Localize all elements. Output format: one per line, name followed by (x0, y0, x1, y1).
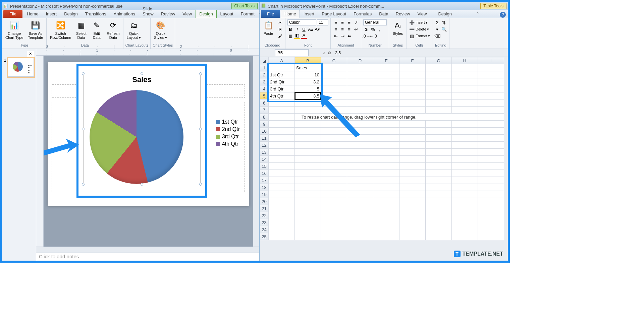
excel-tab-view[interactable]: View (414, 10, 430, 18)
excel-file-tab[interactable]: File (261, 10, 280, 18)
quick-styles-button[interactable]: 🎨 Quick Styles ▾ (153, 19, 168, 40)
col-header-i[interactable]: I (478, 57, 504, 64)
excel-tab-home[interactable]: Home (281, 10, 300, 18)
tab-design[interactable]: Design (60, 10, 81, 18)
notes-pane[interactable]: Click to add notes (36, 253, 259, 261)
tab-transitions[interactable]: Transitions (82, 10, 110, 18)
tab-review[interactable]: Review (157, 10, 179, 18)
underline-icon[interactable]: U (301, 26, 307, 32)
excel-tab-pagelayout[interactable]: Page Layout (318, 10, 350, 18)
col-header-d[interactable]: D (347, 57, 373, 64)
cell-a5[interactable]: 4th Qtr (269, 92, 295, 99)
fx-cancel-icon[interactable]: ⦻ (322, 51, 326, 55)
chart-object[interactable]: Sales 1st Qtr 2nd Qtr 3rd Qtr 4th Qtr (83, 74, 201, 184)
chart-tab-design[interactable]: Design (196, 10, 216, 18)
tab-slideshow[interactable]: Slide Show (139, 5, 157, 18)
cell-a3[interactable]: 2nd Qtr (269, 78, 295, 85)
sort-icon[interactable]: ⇅ (441, 19, 447, 25)
align-right-icon[interactable]: ≡ (346, 26, 352, 32)
excel-ribbon-minimize-icon[interactable]: ⌃ (474, 10, 481, 18)
vertical-scrollbar[interactable] (253, 56, 259, 247)
cell-a4[interactable]: 3rd Qtr (269, 85, 295, 92)
cell-a2[interactable]: 1st Qtr (269, 71, 295, 78)
increase-font-icon[interactable]: A▴ (308, 26, 314, 32)
chart-title[interactable]: Sales (84, 74, 200, 87)
excel-tab-data[interactable]: Data (375, 10, 392, 18)
find-icon[interactable]: 🔍 (441, 26, 447, 32)
fx-icon[interactable]: fx (328, 51, 331, 55)
border-icon[interactable]: ▦ (287, 33, 293, 39)
autosum-icon[interactable]: Σ (434, 19, 440, 25)
orientation-icon[interactable]: ⤢ (353, 19, 359, 25)
styles-button[interactable]: Aᵢ Styles (391, 19, 405, 36)
edit-data-button[interactable]: ✎ Edit Data (90, 19, 103, 40)
dec-decimal-icon[interactable]: ←.0 (370, 33, 376, 39)
wrap-text-icon[interactable]: ↩ (353, 26, 359, 32)
select-all-corner[interactable]: ◢ (260, 57, 269, 64)
insert-cells-icon[interactable]: ➕ (409, 19, 415, 25)
pie-chart[interactable] (90, 90, 183, 184)
tab-home[interactable]: Home (23, 10, 42, 18)
bold-icon[interactable]: B (287, 26, 293, 32)
chart-legend[interactable]: 1st Qtr 2nd Qtr 3rd Qtr 4th Qtr (216, 118, 240, 148)
refresh-data-button[interactable]: ⟳ Refresh Data (105, 19, 121, 40)
chart-tab-format[interactable]: Format (237, 10, 258, 18)
col-header-b[interactable]: B (295, 57, 321, 64)
change-chart-type-button[interactable]: 📊 Change Chart Type (4, 19, 25, 40)
inc-decimal-icon[interactable]: .0→ (363, 33, 369, 39)
horizontal-scrollbar[interactable] (36, 247, 259, 253)
slide-thumbnail[interactable]: ———— (8, 58, 34, 77)
cell-b4[interactable]: 5 (295, 85, 321, 92)
chart-tools-context[interactable]: Chart Tools (231, 3, 258, 9)
fill-icon[interactable]: ▾ (434, 26, 440, 32)
merge-icon[interactable]: ⬌ (346, 33, 352, 39)
clear-icon[interactable]: ⌫ (434, 33, 440, 39)
align-middle-icon[interactable]: ≡ (339, 19, 345, 25)
currency-icon[interactable]: $ (363, 26, 369, 32)
decrease-font-icon[interactable]: A▾ (314, 26, 320, 32)
chart-tab-layout[interactable]: Layout (217, 10, 237, 18)
comma-icon[interactable]: , (377, 26, 383, 32)
copy-icon[interactable]: ⎘ (277, 26, 283, 32)
thumb-close-icon[interactable]: ✕ (27, 51, 34, 57)
tab-insert[interactable]: Insert (42, 10, 61, 18)
excel-tab-insert[interactable]: Insert (300, 10, 318, 18)
col-header-e[interactable]: E (373, 57, 399, 64)
save-as-template-button[interactable]: 💾 Save As Template (27, 19, 45, 40)
table-tools-context[interactable]: Table Tools (480, 3, 506, 9)
tab-animations[interactable]: Animations (110, 10, 139, 18)
col-header-g[interactable]: G (426, 57, 452, 64)
format-painter-icon[interactable]: 🖌 (277, 33, 283, 39)
slide-canvas[interactable]: C le (44, 56, 253, 247)
italic-icon[interactable]: I (294, 26, 300, 32)
font-size-combo[interactable]: 11 (317, 19, 328, 25)
quick-layout-button[interactable]: 🗂 Quick Layout ▾ (125, 19, 142, 40)
increase-indent-icon[interactable]: ⇥ (339, 33, 345, 39)
file-tab[interactable]: File (3, 10, 22, 18)
align-center-icon[interactable]: ≡ (339, 26, 345, 32)
cell-b5[interactable]: 3.5 (295, 92, 321, 99)
row-header[interactable]: 1 (260, 64, 269, 71)
select-data-button[interactable]: ▦ Select Data (74, 19, 88, 40)
switch-row-column-button[interactable]: 🔀 Switch Row/Column (49, 19, 72, 40)
cell-b3[interactable]: 3.2 (295, 78, 321, 85)
align-left-icon[interactable]: ≡ (333, 26, 339, 32)
fill-color-icon[interactable]: ◧ (294, 33, 300, 39)
slide[interactable]: C le (48, 62, 249, 206)
col-header-c[interactable]: C (321, 57, 347, 64)
formula-bar[interactable]: 3.5 (333, 50, 508, 56)
cell-b1[interactable]: Sales (295, 64, 321, 71)
cut-icon[interactable]: ✂ (277, 19, 283, 25)
excel-tab-formulas[interactable]: Formulas (350, 10, 375, 18)
align-bottom-icon[interactable]: ≡ (346, 19, 352, 25)
excel-tab-review[interactable]: Review (392, 10, 414, 18)
excel-tab-design[interactable]: Design (434, 10, 455, 18)
percent-icon[interactable]: % (370, 26, 376, 32)
font-name-combo[interactable]: Calibri (287, 19, 316, 25)
decrease-indent-icon[interactable]: ⇤ (333, 33, 339, 39)
delete-cells-icon[interactable]: ➖ (409, 26, 415, 32)
col-header-f[interactable]: F (399, 57, 426, 64)
number-format-combo[interactable]: General (363, 19, 387, 25)
paste-button[interactable]: 📋 Paste (262, 19, 275, 36)
col-header-a[interactable]: A (269, 57, 295, 64)
